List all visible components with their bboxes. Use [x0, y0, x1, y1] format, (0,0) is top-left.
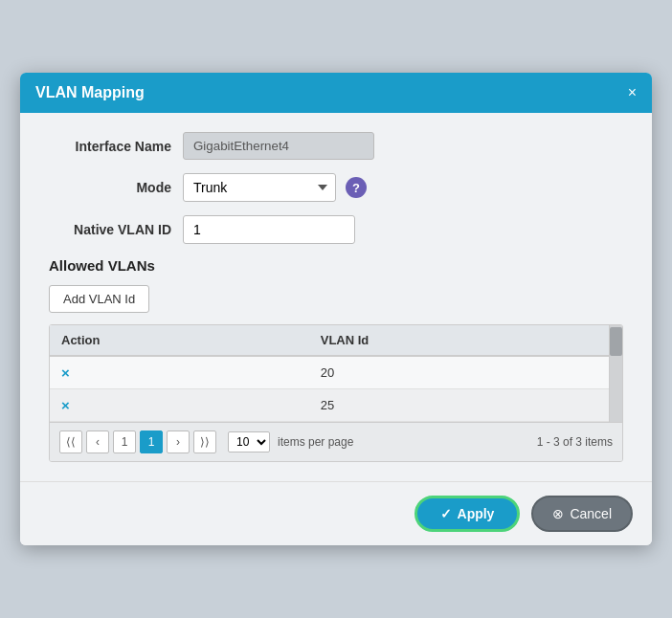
- scrollbar[interactable]: [609, 325, 622, 422]
- last-page-button[interactable]: ⟩⟩: [193, 430, 216, 453]
- allowed-vlans-title: Allowed VLANs: [49, 257, 623, 274]
- delete-icon[interactable]: ×: [61, 364, 70, 381]
- cancel-button[interactable]: ⊗ Cancel: [531, 496, 633, 532]
- vlan-table: Action VLAN Id ×20×25: [50, 325, 609, 422]
- vlan-id-cell: 25: [309, 389, 609, 422]
- table-header-row: Action VLAN Id: [50, 325, 609, 356]
- apply-button[interactable]: ✓ Apply: [414, 496, 521, 532]
- interface-name-input: [183, 132, 374, 160]
- mode-label: Mode: [49, 180, 183, 195]
- apply-icon: ✓: [440, 506, 452, 521]
- table-row: ×25: [50, 389, 609, 422]
- table-scroll-wrapper: Action VLAN Id ×20×25: [50, 325, 622, 422]
- cancel-label: Cancel: [570, 506, 612, 521]
- page-number-active[interactable]: 1: [140, 430, 163, 453]
- mode-select-wrapper: Trunk Access ?: [183, 173, 367, 202]
- vlan-table-container: Action VLAN Id ×20×25 ⟨⟨ ‹ 1 1: [49, 324, 623, 462]
- per-page-select[interactable]: 10 25 50: [228, 431, 270, 452]
- dialog-body: Interface Name Mode Trunk Access ? Nativ…: [20, 113, 652, 481]
- items-count: 1 - 3 of 3 items: [537, 435, 613, 449]
- close-button[interactable]: ×: [628, 85, 637, 100]
- native-vlan-input[interactable]: [183, 215, 355, 244]
- interface-name-row: Interface Name: [49, 132, 623, 160]
- vlan-mapping-dialog: VLAN Mapping × Interface Name Mode Trunk…: [20, 73, 652, 545]
- delete-icon[interactable]: ×: [61, 397, 70, 413]
- vlan-id-cell: 20: [309, 356, 609, 389]
- help-icon[interactable]: ?: [346, 177, 367, 198]
- interface-name-label: Interface Name: [49, 139, 183, 154]
- dialog-footer: ✓ Apply ⊗ Cancel: [20, 481, 652, 545]
- native-vlan-row: Native VLAN ID: [49, 215, 623, 244]
- table-row: ×20: [50, 356, 609, 389]
- apply-label: Apply: [458, 506, 495, 521]
- per-page-label: items per page: [278, 435, 353, 449]
- scrollbar-thumb: [610, 327, 622, 356]
- add-vlan-button[interactable]: Add VLAN Id: [49, 285, 149, 313]
- native-vlan-label: Native VLAN ID: [49, 222, 183, 237]
- mode-row: Mode Trunk Access ?: [49, 173, 623, 202]
- delete-action-cell: ×: [50, 389, 309, 422]
- action-header: Action: [50, 325, 309, 356]
- next-page-button[interactable]: ›: [167, 430, 190, 453]
- page-number-inactive: 1: [113, 430, 136, 453]
- dialog-title: VLAN Mapping: [35, 84, 145, 101]
- mode-select[interactable]: Trunk Access: [183, 173, 336, 202]
- cancel-icon: ⊗: [552, 506, 564, 521]
- prev-page-button[interactable]: ‹: [86, 430, 109, 453]
- first-page-button[interactable]: ⟨⟨: [59, 430, 82, 453]
- vlan-id-header: VLAN Id: [309, 325, 609, 356]
- dialog-header: VLAN Mapping ×: [20, 73, 652, 113]
- pagination-bar: ⟨⟨ ‹ 1 1 › ⟩⟩ 10 25 50 items per page 1 …: [50, 422, 622, 461]
- delete-action-cell: ×: [50, 356, 309, 389]
